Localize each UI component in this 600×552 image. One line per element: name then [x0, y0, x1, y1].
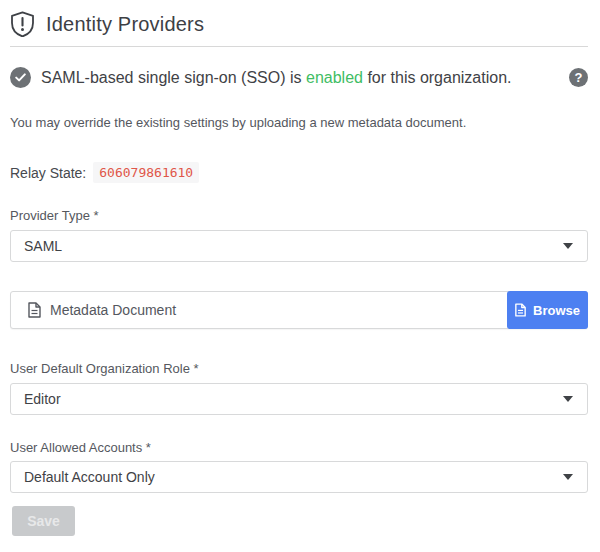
metadata-document-input[interactable]: Metadata Document Browse — [10, 291, 588, 329]
file-icon — [28, 302, 41, 318]
provider-type-value: SAML — [24, 238, 62, 254]
chevron-down-icon — [563, 396, 573, 402]
org-role-label: User Default Organization Role * — [10, 361, 588, 376]
provider-type-select[interactable]: SAML — [10, 230, 588, 262]
allowed-accounts-field: User Allowed Accounts * Default Account … — [10, 440, 588, 493]
org-role-select[interactable]: Editor — [10, 383, 588, 415]
help-icon[interactable]: ? — [569, 68, 588, 87]
status-text-after: for this organization. — [367, 69, 511, 86]
sso-status-row: SAML-based single sign-on (SSO) is enabl… — [10, 67, 588, 88]
metadata-document-label: Metadata Document — [11, 302, 176, 318]
page-title: Identity Providers — [46, 13, 204, 36]
allowed-accounts-label: User Allowed Accounts * — [10, 440, 588, 455]
browse-button[interactable]: Browse — [507, 291, 588, 329]
override-description: You may override the existing settings b… — [10, 115, 588, 130]
browse-button-label: Browse — [533, 303, 580, 318]
relay-state-value: 606079861610 — [93, 162, 199, 183]
chevron-down-icon — [563, 243, 573, 249]
file-upload-icon — [515, 303, 526, 317]
save-button[interactable]: Save — [12, 506, 75, 536]
relay-state-label: Relay State: — [10, 165, 86, 181]
relay-state-row: Relay State: 606079861610 — [10, 162, 588, 183]
allowed-accounts-value: Default Account Only — [24, 469, 155, 485]
metadata-document-placeholder: Metadata Document — [50, 302, 176, 318]
page-header: Identity Providers — [10, 0, 588, 47]
identity-providers-page: Identity Providers SAML-based single sig… — [0, 0, 600, 536]
status-enabled-highlight: enabled — [306, 69, 363, 86]
shield-exclamation-icon — [10, 11, 35, 37]
check-circle-icon — [10, 67, 31, 88]
status-text-before: SAML-based single sign-on (SSO) is — [41, 69, 302, 86]
provider-type-field: Provider Type * SAML — [10, 208, 588, 262]
chevron-down-icon — [563, 474, 573, 480]
provider-type-label: Provider Type * — [10, 208, 588, 223]
org-role-value: Editor — [24, 391, 61, 407]
sso-status-text: SAML-based single sign-on (SSO) is enabl… — [41, 69, 512, 87]
allowed-accounts-select[interactable]: Default Account Only — [10, 461, 588, 493]
org-role-field: User Default Organization Role * Editor — [10, 361, 588, 415]
